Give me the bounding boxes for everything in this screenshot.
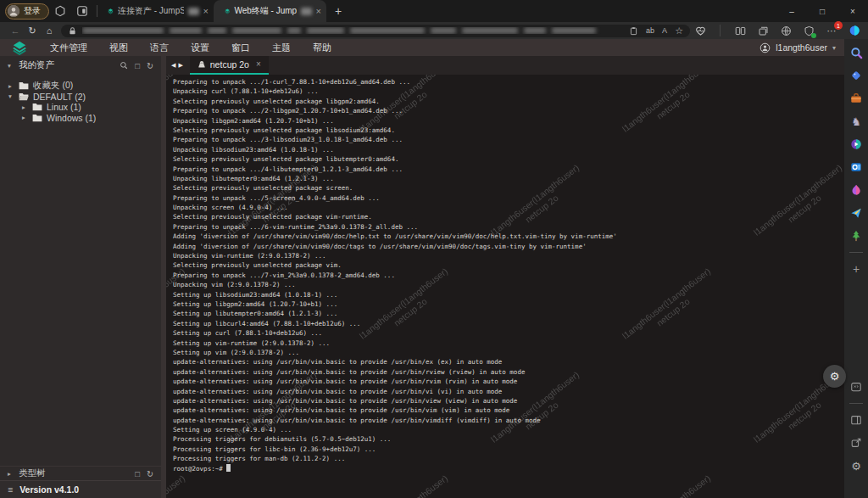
expand-panel-icon[interactable]: □ xyxy=(135,61,140,70)
terminal-line: Setting up curl (7.88.1-10+deb12u6) ... xyxy=(173,328,844,338)
terminal-line: Preparing to unpack .../1-curl_7.88.1-10… xyxy=(173,77,844,87)
browser-profile-button[interactable]: 登录 xyxy=(5,3,49,20)
menu-settings[interactable]: 设置 xyxy=(180,39,220,56)
side-panel-icon[interactable] xyxy=(849,413,863,427)
tab-actions-icon[interactable] xyxy=(71,2,93,20)
favorite-star-icon[interactable]: ☆ xyxy=(675,25,683,36)
terminal[interactable]: l1angth6user(l1angth6user)netcup 2ol1ang… xyxy=(166,75,844,498)
menu-view[interactable]: 视图 xyxy=(98,39,139,56)
sidebar-header[interactable]: ▾ 我的资产 □ ↻ xyxy=(0,56,161,75)
asset-sidebar: ▾ 我的资产 □ ↻ ▸ 收藏夹 (0) xyxy=(0,56,161,498)
user-menu[interactable]: l1angth6user ▾ xyxy=(760,42,836,53)
avatar xyxy=(8,5,19,17)
menu-theme[interactable]: 主题 xyxy=(261,39,302,56)
terminal-line: Setting up libsodium23:amd64 (1.0.18-1) … xyxy=(173,290,844,299)
refresh-tree-icon[interactable]: ↻ xyxy=(147,61,153,70)
back-icon[interactable]: ← xyxy=(7,25,24,36)
translate-icon[interactable]: ab xyxy=(646,26,654,35)
maximize-button[interactable]: □ xyxy=(807,0,837,22)
split-screen-icon[interactable] xyxy=(733,24,747,37)
close-button[interactable]: × xyxy=(837,0,868,22)
tab-prev-icon[interactable]: ◀ xyxy=(171,62,175,69)
username: l1angth6user xyxy=(776,42,827,53)
minimize-button[interactable]: – xyxy=(776,0,807,22)
terminal-line: Unpacking vim (2:9.0.1378-2) ... xyxy=(173,280,844,289)
terminal-line: Setting up vim (2:9.0.1378-2) ... xyxy=(173,348,844,357)
terminal-cursor xyxy=(226,464,231,472)
linux-icon xyxy=(198,60,206,70)
terminal-line: update-alternatives: using /usr/bin/vim.… xyxy=(173,416,844,425)
type-tree-label: 类型树 xyxy=(19,467,46,479)
terminal-line: Processing triggers for libc-bin (2.36-9… xyxy=(173,445,844,454)
new-tab-button[interactable]: + xyxy=(335,4,342,18)
collections-icon[interactable] xyxy=(756,24,770,37)
terminal-line: Selecting previously unselected package … xyxy=(173,212,844,221)
workspaces-icon[interactable] xyxy=(49,2,71,20)
terminal-line: Selecting previously unselected package … xyxy=(173,183,844,193)
tree-item-linux[interactable]: ▸ Linux (1) xyxy=(0,102,161,113)
divider xyxy=(849,403,863,404)
chevron-right-icon: ▸ xyxy=(22,104,28,111)
status-dot xyxy=(811,33,816,38)
lock-icon xyxy=(68,26,77,36)
sidebar-settings-icon[interactable]: ⚙ xyxy=(849,459,863,473)
folder-open-icon xyxy=(19,92,29,101)
close-icon[interactable]: × xyxy=(256,60,261,69)
terminal-line: Setting up screen (4.9.0-4) ... xyxy=(173,425,844,434)
add-sidebar-item-icon[interactable]: + xyxy=(849,262,863,276)
sidebar-search-icon[interactable] xyxy=(849,46,863,59)
open-external-icon[interactable] xyxy=(849,436,863,450)
terminal-settings-button[interactable]: ⚙ xyxy=(823,365,846,388)
list-icon: ≡ xyxy=(8,484,13,495)
user-icon xyxy=(760,42,771,53)
toolbox-icon[interactable] xyxy=(849,92,863,105)
video-icon[interactable] xyxy=(849,137,863,151)
shopping-icon[interactable] xyxy=(849,69,863,82)
games-icon[interactable]: ♞ xyxy=(849,115,863,128)
browser-essentials-icon[interactable] xyxy=(693,24,707,37)
browser-tools-icon[interactable] xyxy=(779,24,793,37)
refresh-icon[interactable]: ↻ xyxy=(24,25,41,36)
tree-icon[interactable] xyxy=(849,229,863,243)
search-icon[interactable] xyxy=(120,61,128,70)
read-aloud-icon[interactable]: A xyxy=(662,26,667,35)
menu-language[interactable]: 语言 xyxy=(139,39,180,56)
clipboard-icon[interactable] xyxy=(629,26,638,36)
send-plane-icon[interactable] xyxy=(849,206,863,220)
chevron-right-icon: ▸ xyxy=(22,114,28,121)
menu-window[interactable]: 窗口 xyxy=(220,39,261,56)
tab-connect-asset[interactable]: 连接资产 - JumpServer 开源堡 × xyxy=(101,0,214,22)
refresh-tree-icon[interactable]: ↻ xyxy=(147,469,153,478)
tree-item-favorites[interactable]: ▸ 收藏夹 (0) xyxy=(0,81,161,92)
terminal-line: Setting up libutempter0:amd64 (1.2.1-3) … xyxy=(173,309,844,318)
type-tree-section[interactable]: ▸ 类型树 □ ↻ xyxy=(0,466,161,480)
menu-help[interactable]: 帮助 xyxy=(302,39,342,56)
settings-menu-icon[interactable]: ⋯ 1 xyxy=(825,24,838,37)
copilot-icon[interactable] xyxy=(848,24,861,37)
toolbar-actions: ⋯ 1 xyxy=(693,24,861,37)
terminal-line: Preparing to unpack .../7-vim_2%3a9.0.13… xyxy=(173,271,844,280)
address-bar[interactable]: ab A ☆ xyxy=(61,25,690,37)
blurred-url xyxy=(82,27,624,34)
sidebar-app-icon[interactable] xyxy=(849,380,863,394)
terminal-line: Selecting previously unselected package … xyxy=(173,97,844,106)
app-menubar: 文件管理 视图 语言 设置 窗口 主题 帮助 l1angth6user ▾ xyxy=(0,39,844,56)
tab-next-icon[interactable]: ▶ xyxy=(178,62,182,69)
terminal-line: update-alternatives: using /usr/bin/vim.… xyxy=(173,406,844,415)
terminal-line: Preparing to unpack .../5-screen_4.9.0-4… xyxy=(173,193,844,203)
wallet-icon[interactable] xyxy=(802,24,815,37)
browser-window: 登录 连接资产 - JumpServer 开源堡 × Web终端 - JumpS… xyxy=(0,0,868,498)
music-drop-icon[interactable] xyxy=(849,183,863,197)
folder-icon xyxy=(32,114,42,122)
close-icon[interactable]: × xyxy=(203,7,209,16)
terminal-tab-netcup[interactable]: netcup 2o × xyxy=(190,56,269,75)
tree-item-default[interactable]: ▾ DEFAULT (2) xyxy=(0,92,161,103)
home-icon[interactable]: ⌂ xyxy=(41,25,58,36)
expand-panel-icon[interactable]: □ xyxy=(135,469,140,478)
collapse-icon[interactable]: ▾ xyxy=(8,62,14,70)
tree-item-windows[interactable]: ▸ Windows (1) xyxy=(0,113,161,124)
outlook-icon[interactable] xyxy=(849,160,863,174)
tab-web-terminal[interactable]: Web终端 - JumpServer 开源堡 × xyxy=(214,0,326,22)
close-icon[interactable]: × xyxy=(316,7,321,16)
menu-file-manage[interactable]: 文件管理 xyxy=(39,39,98,56)
